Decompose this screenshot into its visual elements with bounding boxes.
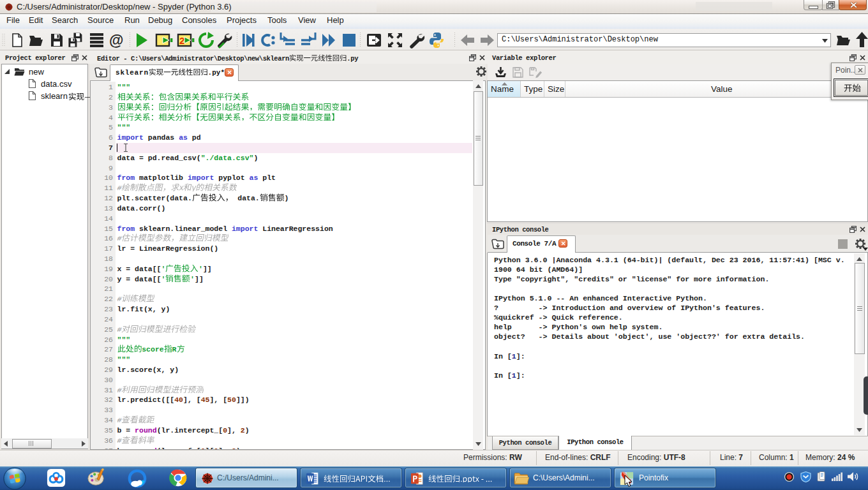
svg-text:2: 2: [179, 35, 184, 46]
